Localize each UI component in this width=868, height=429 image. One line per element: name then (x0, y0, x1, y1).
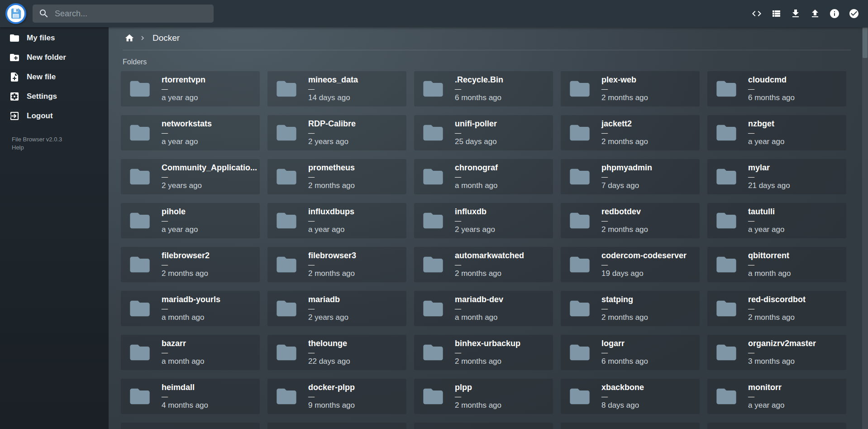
folder-size: — (601, 262, 687, 267)
folder-card[interactable]: Community_Applicatio... — 2 years ago (121, 159, 260, 194)
folder-icon (568, 341, 591, 364)
folder-size: — (748, 218, 784, 223)
folder-name: thelounge (308, 339, 350, 348)
sidebar-item-settings[interactable]: Settings (0, 87, 109, 106)
folder-card[interactable]: automarkwatched — 2 months ago (414, 247, 553, 282)
folder-name: filebrowser3 (308, 251, 356, 260)
folder-card[interactable]: plex-web — 2 months ago (561, 71, 700, 106)
folder-card[interactable]: mariadb — 2 years ago (267, 291, 406, 326)
folder-card[interactable]: plpp — 2 months ago (414, 379, 553, 414)
folder-card[interactable]: filebrowser2 — 2 months ago (121, 247, 260, 282)
folder-card[interactable]: networkstats — a year ago (121, 115, 260, 150)
folder-card[interactable]: influxdb — 2 years ago (414, 203, 553, 238)
search-input[interactable] (55, 9, 200, 19)
upload-icon[interactable] (810, 8, 820, 19)
folder-card[interactable]: qbittorrent — a month ago (707, 247, 846, 282)
folder-icon (568, 297, 591, 320)
sidebar-item-new-folder[interactable]: New folder (0, 48, 109, 67)
folder-meta: logarr — 6 months ago (601, 339, 648, 366)
folder-card[interactable]: tautulli — a year ago (707, 203, 846, 238)
folder-card[interactable]: codercom-codeserver — 19 days ago (561, 247, 700, 282)
breadcrumb-current: Docker (153, 33, 180, 43)
folder-card[interactable]: cloudcmd — 6 months ago (707, 71, 846, 106)
help-link[interactable]: Help (12, 144, 24, 152)
folder-card[interactable]: red-discordbot — 2 months ago (707, 291, 846, 326)
folder-size: — (748, 350, 816, 355)
folder-icon (568, 165, 591, 188)
folder-modified: a year ago (162, 225, 198, 234)
folder-card[interactable]: rtorrentvpn — a year ago (121, 71, 260, 106)
scrollbar-thumb[interactable] (863, 28, 868, 58)
folder-card[interactable]: nzbget — a year ago (707, 115, 846, 150)
folder-size: — (601, 350, 648, 355)
scrollbar-track[interactable] (862, 27, 868, 429)
folder-card[interactable]: binhex-urbackup — 2 months ago (414, 335, 553, 370)
folder-card[interactable]: heimdall — 4 months ago (121, 379, 260, 414)
folder-card[interactable]: bazarr — a month ago (121, 335, 260, 370)
folder-card[interactable]: phpmyadmin — 7 days ago (561, 159, 700, 194)
folder-card[interactable]: unifi-poller — 25 days ago (414, 115, 553, 150)
folders-section-label: Folders (123, 58, 868, 66)
breadcrumb: Docker (109, 27, 868, 43)
folder-card[interactable]: statping — 2 months ago (561, 291, 700, 326)
info-icon[interactable] (829, 8, 840, 19)
folder-card[interactable]: mylar — 21 days ago (707, 159, 846, 194)
home-icon[interactable] (124, 33, 134, 43)
folder-card[interactable]: .Recycle.Bin — 6 months ago (414, 71, 553, 106)
list-view-icon[interactable] (771, 8, 782, 19)
folder-card[interactable]: organizr — (267, 423, 406, 429)
folder-name: qbittorrent (748, 251, 791, 260)
folder-card[interactable]: influxdbups — a year ago (267, 203, 406, 238)
folder-card[interactable]: thelounge — 22 days ago (267, 335, 406, 370)
folder-card[interactable]: organizrv2master — 3 months ago (707, 335, 846, 370)
folder-card[interactable]: pihole — a year ago (121, 203, 260, 238)
folder-icon (275, 165, 298, 188)
folder-icon (275, 341, 298, 364)
folder-card[interactable]: redbotdev — 2 months ago (561, 203, 700, 238)
app-logo[interactable] (5, 3, 26, 24)
download-icon[interactable] (790, 8, 801, 19)
folder-card[interactable]: RDP-Calibre — 2 years ago (267, 115, 406, 150)
folder-meta: rtorrentvpn — a year ago (162, 75, 205, 102)
folder-meta: plpp — 2 months ago (455, 383, 501, 410)
folder-icon (568, 209, 591, 232)
folder-grid: rtorrentvpn — a year ago mineos_data — 1… (121, 71, 854, 429)
folder-name: Community_Applicatio... (162, 163, 257, 173)
folder-card[interactable]: filebrowser3 — 2 months ago (267, 247, 406, 282)
folder-meta: heimdall — 4 months ago (162, 383, 208, 410)
folder-name: codercom-codeserver (601, 251, 687, 260)
search-box[interactable] (33, 5, 214, 23)
folder-card[interactable]: minecraft — (414, 423, 553, 429)
folder-card[interactable]: mariadb-yourls — a month ago (121, 291, 260, 326)
folder-card[interactable]: mariadb-dev — a month ago (414, 291, 553, 326)
folder-modified: 21 days ago (748, 181, 790, 190)
folder-modified: 7 days ago (601, 181, 652, 190)
folder-size: — (308, 394, 355, 399)
sidebar-item-label: New file (27, 72, 56, 82)
folder-card[interactable]: xbackbone — 8 days ago (561, 379, 700, 414)
folder-card[interactable]: code-server — (121, 423, 260, 429)
folder-card[interactable]: monitorr — a year ago (707, 379, 846, 414)
folder-modified: a year ago (162, 137, 212, 146)
folder-card[interactable]: codimd — (707, 423, 846, 429)
folder-icon (9, 33, 20, 43)
folder-card[interactable]: chronograf — a month ago (414, 159, 553, 194)
folder-modified: 22 days ago (308, 357, 350, 366)
folder-modified: a year ago (162, 93, 205, 102)
folder-name: plpp (455, 383, 501, 392)
sidebar-item-logout[interactable]: Logout (0, 106, 109, 125)
select-multiple-icon[interactable] (849, 8, 859, 19)
folder-name: binhex-urbackup (455, 339, 520, 348)
sidebar-item-my-files[interactable]: My files (0, 28, 109, 48)
code-icon[interactable] (751, 8, 762, 19)
folder-name: prometheus (308, 163, 355, 173)
sidebar-item-new-file[interactable]: New file (0, 67, 109, 87)
folder-card[interactable]: mineos_data — 14 days ago (267, 71, 406, 106)
folder-card[interactable]: mineos — (561, 423, 700, 429)
folder-size: — (162, 394, 208, 399)
folder-card[interactable]: logarr — 6 months ago (561, 335, 700, 370)
folder-card[interactable]: docker-plpp — 9 months ago (267, 379, 406, 414)
folder-modified: 2 months ago (162, 269, 210, 278)
folder-card[interactable]: jackett2 — 2 months ago (561, 115, 700, 150)
folder-card[interactable]: prometheus — 2 months ago (267, 159, 406, 194)
